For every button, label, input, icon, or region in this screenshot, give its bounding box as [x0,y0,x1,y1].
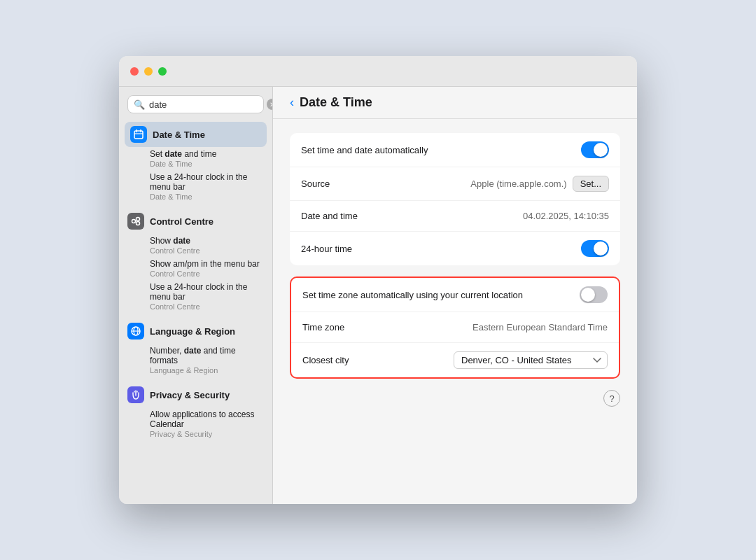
sidebar-item-control-centre[interactable]: Control Centre [119,209,272,234]
source-label: Source [301,178,330,189]
subitem-label-set-date: Set date and time [150,149,264,159]
svg-point-5 [136,218,140,221]
content-area: 🔍 ✕ Date & Time Set date and time [119,87,637,504]
source-row: Source Apple (time.apple.com.) Set... [290,167,620,201]
sidebar-subitem-24hr-cc[interactable]: Use a 24-hour clock in the menu bar Cont… [119,280,272,313]
search-icon: 🔍 [134,99,145,110]
subitem-cat-show-date: Control Centre [150,246,264,255]
help-button[interactable]: ? [603,390,620,407]
traffic-lights [130,67,167,76]
sidebar-control-centre-label: Control Centre [150,216,214,227]
subitem-label-number-date: Number, date and time formats [150,346,264,365]
timezone-row: Time zone Eastern European Standard Time [291,312,619,343]
search-clear-button[interactable]: ✕ [267,99,273,110]
date-time-display-row: Date and time 04.02.2025, 14:10:35 [290,201,620,232]
sidebar-subitem-ampm[interactable]: Show am/pm in the menu bar Control Centr… [119,257,272,280]
page-title: Date & Time [300,95,372,110]
fullscreen-button[interactable] [158,67,167,76]
subitem-label-calendar: Allow applications to access Calendar [150,410,264,429]
closest-city-label: Closest city [302,355,349,365]
sidebar-item-privacy-security[interactable]: Privacy & Security [119,382,272,407]
timezone-label: Time zone [302,322,344,332]
24hr-label: 24-hour time [301,244,352,254]
subitem-cat-set-date: Date & Time [150,160,264,168]
svg-rect-0 [134,131,143,139]
sidebar-subitem-set-date[interactable]: Set date and time Date & Time [119,147,272,170]
titlebar [119,56,637,87]
svg-point-6 [136,222,140,225]
sidebar-subitem-calendar[interactable]: Allow applications to access Calendar Pr… [119,407,272,440]
help-area: ? [290,390,620,407]
sidebar-item-date-time[interactable]: Date & Time [125,122,267,147]
sidebar-subitem-show-date[interactable]: Show date Control Centre [119,234,272,257]
main-header: ‹ Date & Time [273,87,637,119]
auto-timezone-toggle[interactable] [580,286,608,303]
sidebar-subitem-number-date[interactable]: Number, date and time formats Language &… [119,344,272,377]
auto-timezone-row: Set time zone automatically using your c… [291,278,619,312]
date-time-icon [130,126,147,143]
source-value: Apple (time.apple.com.) [470,178,566,189]
control-centre-icon [127,213,144,230]
date-time-display-label: Date and time [301,211,358,221]
auto-time-row: Set time and date automatically [290,133,620,167]
search-input[interactable] [149,99,267,110]
date-time-card: Set time and date automatically Source A… [290,133,620,265]
subitem-label-24hr: Use a 24-hour clock in the menu bar [150,172,264,192]
sidebar-date-time-label: Date & Time [153,130,205,140]
sidebar-language-region-label: Language & Region [150,326,235,337]
subitem-label-ampm: Show am/pm in the menu bar [150,259,264,269]
sidebar-subitem-24hr[interactable]: Use a 24-hour clock in the menu bar Date… [119,170,272,203]
main-body: Set time and date automatically Source A… [273,119,637,504]
back-button[interactable]: ‹ [290,95,294,110]
auto-time-label: Set time and date automatically [301,145,428,155]
timezone-value: Eastern European Standard Time [472,322,608,332]
auto-timezone-label: Set time zone automatically using your c… [302,290,523,300]
svg-point-4 [132,220,136,223]
subitem-cat-ampm: Control Centre [150,270,264,278]
toggle-knob [594,143,608,157]
set-button[interactable]: Set... [573,176,609,192]
24hr-row: 24-hour time [290,232,620,265]
toggle-knob-24hr [594,241,608,255]
subitem-cat-24hr: Date & Time [150,192,264,201]
subitem-label-24hr-cc: Use a 24-hour clock in the menu bar [150,282,264,302]
closest-city-row: Closest city Denver, CO - United States … [291,343,619,377]
subitem-cat-number-date: Language & Region [150,366,264,374]
main-content: ‹ Date & Time Set time and date automati… [273,87,637,504]
sidebar: 🔍 ✕ Date & Time Set date and time [119,87,273,504]
auto-time-toggle[interactable] [581,141,609,158]
subitem-cat-calendar: Privacy & Security [150,430,264,438]
sidebar-privacy-label: Privacy & Security [150,390,230,400]
system-preferences-window: 🔍 ✕ Date & Time Set date and time [119,56,637,504]
minimize-button[interactable] [144,67,153,76]
subitem-label-show-date: Show date [150,236,264,246]
search-box: 🔍 ✕ [127,95,264,113]
date-time-display-value: 04.02.2025, 14:10:35 [523,211,609,221]
globe-icon [127,323,144,340]
closest-city-select[interactable]: Denver, CO - United States New York, NY … [454,351,608,369]
subitem-cat-24hr-cc: Control Centre [150,302,264,311]
timezone-card: Set time zone automatically using your c… [290,276,620,379]
24hr-toggle[interactable] [581,240,609,257]
close-button[interactable] [130,67,139,76]
sidebar-item-language-region[interactable]: Language & Region [119,318,272,344]
hand-icon [127,386,144,403]
toggle-knob-timezone [581,288,595,302]
